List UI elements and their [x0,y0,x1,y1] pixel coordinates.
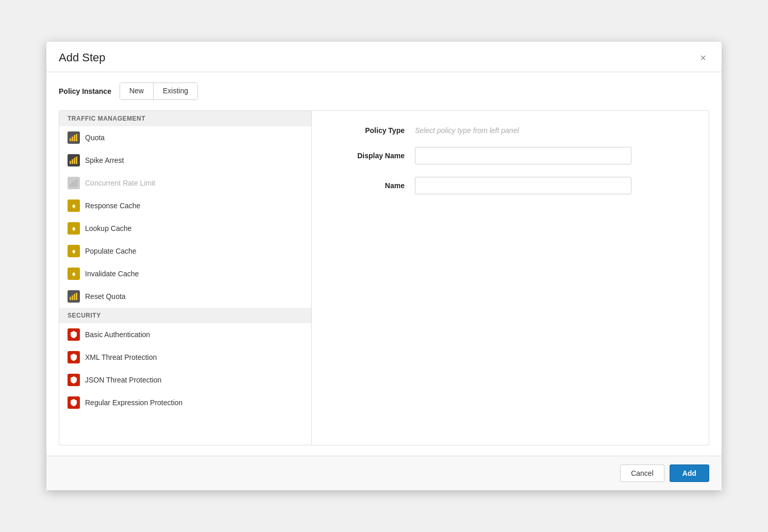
svg-rect-10 [74,180,75,187]
add-step-dialog: Add Step × Policy Instance New Existing … [46,42,722,490]
toggle-new-button[interactable]: New [120,83,154,99]
cancel-button[interactable]: Cancel [620,464,664,482]
policy-type-row: Policy Type Select policy type from left… [343,126,678,135]
json-threat-icon [68,374,80,386]
dialog-body: Policy Instance New Existing TRAFFIC MAN… [46,72,722,456]
svg-rect-1 [72,137,73,141]
policy-type-label: Policy Type [343,126,405,135]
list-item-spike-arrest[interactable]: Spike Arrest [59,149,311,172]
populate-cache-icon: ⬧ [68,245,80,257]
dialog-header: Add Step × [46,42,722,72]
spike-arrest-icon [68,154,80,167]
svg-rect-3 [76,134,77,141]
reset-quota-label: Reset Quota [85,292,126,301]
section-header-traffic: TRAFFIC MANAGEMENT [59,111,311,126]
policy-type-placeholder: Select policy type from left panel [415,126,519,135]
list-item-populate-cache[interactable]: ⬧ Populate Cache [59,240,311,262]
svg-rect-4 [70,161,71,164]
toggle-existing-button[interactable]: Existing [154,83,197,99]
name-input[interactable] [415,177,631,194]
dialog-title: Add Step [59,51,106,64]
list-item-basic-auth[interactable]: Basic Authentication [59,323,311,346]
left-panel: TRAFFIC MANAGEMENT Quota [59,111,312,445]
display-name-label: Display Name [343,152,405,160]
right-panel: Policy Type Select policy type from left… [312,111,709,445]
svg-rect-11 [76,179,77,187]
svg-rect-6 [74,158,75,164]
basic-auth-icon [68,328,80,341]
concurrent-rate-limit-label: Concurrent Rate Limit [85,179,155,187]
list-item-invalidate-cache[interactable]: ⬧ Invalidate Cache [59,262,311,285]
list-item-xml-threat[interactable]: XML Threat Protection [59,346,311,369]
list-item-response-cache[interactable]: ⬧ Response Cache [59,194,311,217]
list-item-lookup-cache[interactable]: ⬧ Lookup Cache [59,217,311,240]
policy-instance-label: Policy Instance [59,87,111,95]
svg-rect-13 [72,295,73,300]
basic-auth-label: Basic Authentication [85,330,150,339]
invalidate-cache-icon: ⬧ [68,268,80,280]
regex-protection-label: Regular Expression Protection [85,398,182,407]
json-threat-label: JSON Threat Protection [85,376,161,384]
display-name-input[interactable] [415,147,631,164]
invalidate-cache-label: Invalidate Cache [85,270,139,278]
list-item-json-threat[interactable]: JSON Threat Protection [59,369,311,391]
reset-quota-icon [68,290,80,303]
add-button[interactable]: Add [670,464,709,482]
section-header-security: SECURITY [59,308,311,323]
response-cache-icon: ⬧ [68,200,80,212]
xml-threat-icon [68,351,80,363]
svg-rect-2 [74,135,75,141]
list-item-quota[interactable]: Quota [59,126,311,149]
concurrent-rate-limit-icon [68,177,80,189]
policy-instance-row: Policy Instance New Existing [59,82,709,100]
quota-label: Quota [85,134,105,142]
response-cache-label: Response Cache [85,202,140,210]
policy-instance-toggle-group: New Existing [120,82,198,100]
svg-rect-15 [76,293,77,300]
list-item-concurrent-rate-limit: Concurrent Rate Limit [59,172,311,194]
svg-rect-5 [72,159,73,164]
svg-rect-0 [70,138,71,141]
close-button[interactable]: × [697,52,709,64]
svg-rect-9 [72,182,73,187]
lookup-cache-label: Lookup Cache [85,224,131,232]
populate-cache-label: Populate Cache [85,247,137,255]
spike-arrest-label: Spike Arrest [85,156,124,164]
regex-protection-icon [68,396,80,409]
svg-rect-7 [76,157,77,164]
display-name-row: Display Name [343,147,678,164]
lookup-cache-icon: ⬧ [68,222,80,235]
svg-rect-8 [70,184,71,187]
list-item-reset-quota[interactable]: Reset Quota [59,285,311,308]
dialog-footer: Cancel Add [46,456,722,490]
content-area: TRAFFIC MANAGEMENT Quota [59,110,709,445]
name-row: Name [343,177,678,194]
svg-rect-14 [74,294,75,300]
xml-threat-label: XML Threat Protection [85,353,157,361]
svg-rect-12 [70,297,71,300]
name-label: Name [343,181,405,190]
list-item-regex-protection[interactable]: Regular Expression Protection [59,391,311,414]
quota-icon [68,131,80,144]
